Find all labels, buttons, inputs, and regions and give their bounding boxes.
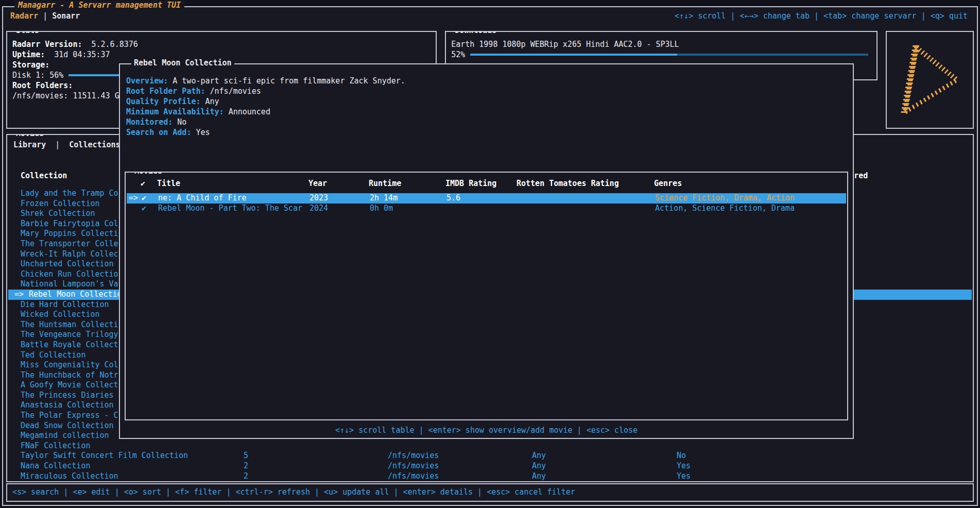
collection-name: The Princess Diaries (21, 391, 114, 401)
collection-searched: Yes (677, 461, 691, 471)
minimum-availability-value: Announced (229, 107, 270, 116)
collection-root-folder: /nfs/movies (388, 471, 439, 480)
field-quality-profile: Quality Profile:Any (120, 96, 853, 107)
collection-name: Uncharted Collection (21, 259, 114, 269)
modal-title: Rebel Moon Collection (131, 58, 234, 67)
collection-searched: No (677, 451, 686, 461)
movies-tab-separator: | (55, 140, 60, 149)
collection-root-folder: /nfs/movies (388, 451, 439, 461)
modal-movies-title: Movies (132, 172, 165, 176)
field-monitored: Monitored:No (120, 117, 853, 127)
minimum-availability-label: Minimum Availability: (126, 107, 224, 116)
collection-name: Miss Congeniality Col (21, 360, 118, 370)
app-title: Managarr - A Servarr management TUI (14, 1, 184, 10)
downloads-panel-title: Downloads (452, 31, 499, 35)
download-item: Earth 1998 1080p WEBRip x265 Hindi AAC2.… (451, 39, 871, 49)
tab-separator: | (43, 11, 47, 21)
download-progress-gauge (470, 54, 868, 56)
stats-version-line: Radarr Version: 5.2.6.8376 (12, 39, 431, 49)
column-year: Year (308, 179, 327, 188)
movie-runtime: 2h 14m (370, 193, 398, 204)
collection-name: National Lampoon's Va (21, 279, 118, 290)
modal-movies-box: Movies ✔ Title Year Runtime IMDB Rating … (125, 172, 848, 420)
field-root-folder: Root Folder Path:/nfs/movies (120, 86, 853, 96)
collection-searched: Yes (677, 471, 691, 480)
quality-profile-value: Any (205, 97, 219, 106)
movie-row-selected[interactable]: => ✔ ne: A Child of Fire 2023 2h 14m 5.6… (127, 193, 846, 204)
column-rotten-tomatoes-rating: Rotten Tomatoes Rating (517, 179, 619, 188)
movie-imdb-rating: 5.6 (446, 193, 460, 204)
collection-name: Wicked Collection (21, 310, 100, 320)
column-monitored-check: ✔ (141, 179, 145, 188)
collection-quality-profile: Any (532, 461, 546, 471)
movie-title: Rebel Moon - Part Two: The Scar (158, 204, 302, 214)
version-label: Radarr Version: (12, 40, 82, 49)
selected-row-prefix: => (129, 193, 138, 204)
disk-usage-label: Disk 1: 56% (12, 70, 63, 80)
collection-name: The Vengeance Trilogy (21, 330, 118, 340)
movie-title: ne: A Child of Fire (158, 193, 247, 204)
collection-root-folder: /nfs/movies (388, 461, 439, 471)
collection-name: Dead Snow Collection (21, 421, 114, 431)
keybind-help-bottom: <s> search | <e> edit | <o> sort | <f> f… (7, 484, 973, 500)
tab-sonarr[interactable]: Sonarr (52, 11, 80, 21)
quality-profile-label: Quality Profile: (126, 97, 201, 106)
collection-fields: Overview:A two-part sci-fi epic from fil… (120, 64, 853, 138)
collection-name: Lady and the Tramp Co (21, 189, 118, 199)
stats-panel-title: Stats (13, 31, 42, 35)
collection-name: Anastasia Collection (21, 400, 114, 411)
collection-details-modal: Rebel Moon Collection Overview:A two-par… (119, 63, 854, 439)
collection-name: The Huntsman Collecti (21, 320, 118, 330)
movie-monitored-check: ✔ (142, 193, 146, 204)
movie-genres: Science Fiction, Drama, Action (655, 193, 795, 204)
collection-name: Ted Collection (21, 350, 85, 361)
field-search-on-add: Search on Add:Yes (120, 127, 853, 138)
monitored-label: Monitored: (126, 117, 173, 127)
collection-name: Frozen Collection (21, 199, 100, 209)
root-folder-label: Root Folder Path: (126, 87, 205, 96)
selected-row-prefix: => (14, 290, 24, 300)
storage-label: Storage: (12, 60, 49, 70)
movies-tabbar: Library | Collections (13, 140, 121, 149)
collection-row[interactable]: Miraculous Collection2/nfs/moviesAnyYes (8, 471, 972, 480)
download-percent-label: 52% (451, 49, 465, 60)
collection-name: Megamind collection (21, 431, 109, 441)
collection-quality-profile: Any (532, 471, 546, 480)
collection-name: Rebel Moon Collection (29, 290, 127, 300)
collection-quality-profile: Any (532, 451, 546, 461)
collection-row[interactable]: FNaF Collection (8, 441, 972, 451)
collection-name: Wreck-It Ralph Collec (21, 249, 118, 260)
keybind-help-top: <↑↓> scroll | <←→> change tab | <tab> ch… (675, 11, 970, 21)
collection-movie-count: 2 (244, 461, 248, 471)
collection-name: Shrek Collection (21, 209, 95, 219)
app-window: Managarr - A Servarr management TUI Rada… (2, 6, 978, 506)
collection-name: Nana Collection (21, 461, 90, 471)
monitored-value: No (177, 117, 186, 127)
modal-keybind-help: <↑↓> scroll table | <enter> show overvie… (120, 426, 853, 435)
collection-name: The Transporter Colle (21, 239, 118, 249)
collection-name: Miraculous Collection (21, 471, 118, 480)
column-genres: Genres (654, 179, 682, 188)
search-on-add-value: Yes (196, 128, 210, 137)
collection-name: FNaF Collection (21, 441, 90, 451)
tab-library[interactable]: Library (13, 140, 46, 149)
collection-name: The Hunchback of Notr (21, 370, 118, 381)
download-progress-line: 52% (451, 49, 871, 60)
movie-row[interactable]: ✔ Rebel Moon - Part Two: The Scar 2024 0… (127, 204, 846, 214)
collection-row[interactable]: Nana Collection2/nfs/moviesAnyYes (8, 461, 972, 471)
collection-name: Battle Royale Collect (21, 340, 118, 350)
uptime-label: Uptime: (12, 50, 45, 59)
collection-movie-count: 5 (244, 451, 248, 461)
movies-panel-title: Movies (13, 134, 46, 138)
collection-row[interactable]: Taylor Swift Concert Film Collection5/nf… (8, 451, 972, 461)
movie-monitored-check: ✔ (142, 204, 146, 214)
root-folder-value: /nfs/movies: 11511.43 GB (12, 91, 124, 100)
tab-collections[interactable]: Collections (69, 140, 120, 149)
movies-table-rows: => ✔ ne: A Child of Fire 2023 2h 14m 5.6… (127, 193, 846, 214)
column-runtime: Runtime (369, 179, 401, 188)
movie-year: 2023 (310, 193, 328, 204)
version-value: 5.2.6.8376 (92, 40, 138, 49)
overview-value: A two-part sci-fi epic from filmmaker Za… (173, 76, 405, 86)
tab-radarr[interactable]: Radarr (10, 11, 38, 21)
collection-name: Taylor Swift Concert Film Collection (21, 451, 188, 461)
